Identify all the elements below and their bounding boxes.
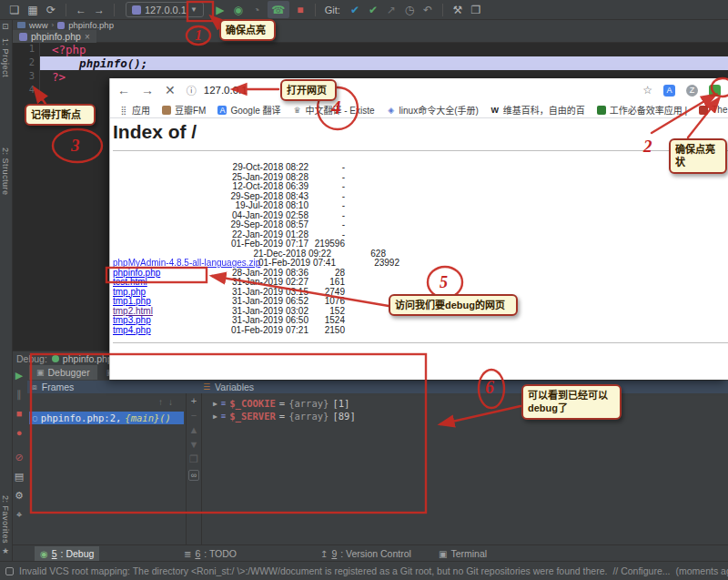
fold-marker [40, 84, 52, 97]
editor-tab-phpinfo[interactable]: phpinfo.php × [13, 30, 96, 43]
variable-row[interactable]: ▶ ≡ $_SERVER = {array} [89] [202, 410, 728, 422]
bookmark-item[interactable]: 应用 [119, 103, 150, 117]
settings-icon[interactable]: ⚙ [11, 486, 27, 505]
git-commit-icon[interactable]: ✔ [364, 1, 382, 19]
debug-icon[interactable]: ◉ [229, 1, 248, 19]
file-link[interactable]: test.html [113, 277, 147, 287]
back-icon[interactable]: ← [72, 1, 90, 19]
file-link[interactable]: phpMyAdmin-4.8.5-all-languages.zip [113, 258, 260, 268]
browser-back-icon[interactable]: ← [117, 83, 130, 97]
add-watch-icon[interactable]: + [191, 393, 197, 408]
bookmark-star-icon[interactable]: ☆ [642, 84, 652, 97]
status-configure-link[interactable]: // Configure... [612, 565, 670, 576]
tool-window-button[interactable]: ▣ Terminal [433, 546, 492, 561]
file-size: - [308, 192, 345, 202]
history-icon[interactable]: ◷ [400, 1, 419, 19]
debug-tab[interactable]: ▣ Debugger [29, 365, 97, 380]
bookmark-item[interactable]: 豆瓣FM [162, 103, 206, 117]
move-down-icon[interactable]: ▼ [189, 437, 199, 452]
php-file-icon [19, 33, 27, 41]
line-number[interactable]: 1✓ [13, 43, 40, 56]
bookmark-item[interactable]: 工作必备效率应用 | [597, 103, 687, 117]
bookmark-item[interactable]: The Old Reader [699, 105, 728, 115]
file-size: 1076 [308, 297, 345, 307]
tool-window-button[interactable]: ≣ 6: TODO [178, 546, 242, 561]
status-message: Invalid VCS root mapping: The directory … [19, 565, 607, 576]
directory-row: tmp3.php 31-Jan-2019 06:50 1524 [113, 316, 728, 326]
mute-breakpoints-icon[interactable]: ⊘ [11, 448, 27, 467]
breadcrumb: www › phpinfo.php [13, 20, 728, 30]
variable-row[interactable]: ▶ ≡ $_COOKIE = {array} [1] [202, 397, 728, 410]
view-breakpoints-icon[interactable]: ● [11, 423, 27, 443]
wrench-icon[interactable]: ⚒ [449, 1, 467, 19]
listen-debug-connections-button[interactable]: ☎ [268, 1, 289, 18]
git-push-icon[interactable]: ↗ [382, 1, 400, 19]
open-folder-icon[interactable]: ❏ [5, 1, 24, 19]
stop-icon[interactable]: ■ [11, 404, 27, 423]
bookmark-item[interactable]: linux命令大全(手册) [387, 103, 479, 117]
export-settings-icon[interactable]: ❐ [467, 1, 485, 19]
coverage-icon[interactable]: ◔ [248, 1, 266, 19]
file-link[interactable]: tmp.php [113, 287, 146, 297]
expand-arrow-icon[interactable]: ▶ [213, 400, 217, 408]
move-up-icon[interactable]: ▲ [189, 422, 199, 437]
browser-forward-icon[interactable]: → [141, 83, 154, 97]
breadcrumb-file[interactable]: phpinfo.php [68, 20, 114, 30]
file-link[interactable]: tmp4.php [113, 325, 151, 335]
show-watches-icon[interactable]: ∞ [188, 470, 199, 481]
status-time: (moments ago) [675, 565, 728, 576]
toolbar-divider [442, 4, 443, 16]
tool-window-button[interactable]: ◉ 5: Debug [35, 546, 99, 561]
frame-updown-icons[interactable]: ↑↓ [158, 397, 178, 407]
bookmark-item[interactable]: 中文翻译 - Existe [292, 103, 374, 117]
directory-row: 12-Oct-2018 06:39 - [113, 182, 728, 192]
tool-window-bar: ◉ 5: Debug ≣ 6: TODO ↥ 9: Version Contro… [0, 544, 728, 561]
git-update-icon[interactable]: ✔ [346, 1, 364, 19]
remove-watch-icon[interactable]: − [191, 408, 197, 422]
fold-marker [40, 43, 52, 56]
event-log-icon[interactable] [5, 567, 14, 575]
frame-item[interactable]: ▢ phpinfo.php:2, {main}() [29, 412, 184, 424]
bookmark-item[interactable]: Google 翻译 [217, 103, 280, 117]
file-link[interactable]: tmp3.php [113, 315, 151, 325]
file-link[interactable]: tmp2.html [113, 306, 153, 316]
run-icon[interactable]: ▶ [211, 1, 229, 19]
file-link[interactable]: tmp1.php [113, 296, 151, 306]
sidebar-item-structure[interactable]: 2: Structure [1, 148, 10, 196]
expand-arrow-icon[interactable]: ▶ [213, 412, 217, 421]
restore-layout-icon[interactable]: ▤ [11, 467, 27, 486]
pause-icon[interactable]: ∥ [11, 385, 27, 404]
forward-icon[interactable]: → [90, 1, 108, 19]
file-link[interactable]: phpinfo.php [113, 268, 160, 278]
extension-icon[interactable]: Z [686, 85, 698, 97]
listen-phone-icon: ☎ [269, 1, 288, 19]
sync-icon[interactable]: ⟳ [42, 1, 60, 19]
pin-icon[interactable]: ⌖ [11, 505, 27, 524]
address-bar[interactable]: 127.0.0.1 [204, 85, 248, 96]
line-number[interactable]: 2✓ [13, 56, 40, 70]
tool-window-icon[interactable]: ⊡ [2, 22, 9, 31]
bookmark-icon [387, 106, 396, 115]
translate-icon[interactable]: A [663, 85, 675, 97]
sidebar-item-project[interactable]: 1: Project [1, 38, 10, 77]
xdebug-helper-icon[interactable] [709, 85, 721, 97]
breadcrumb-root[interactable]: www [29, 20, 48, 30]
favorites-star-icon[interactable]: ★ [2, 546, 9, 555]
fold-marker [40, 56, 52, 70]
bookmark-item[interactable]: 维基百科，自由的百 [490, 103, 585, 117]
main-toolbar: ❏▦⟳ ←→ 127.0.0.1 ▼ ▶◉◔ ☎ ■ Git: ✔✔↗◷↶ [0, 0, 728, 20]
sidebar-item-favorites[interactable]: 2: Favorites [1, 495, 10, 544]
line-number[interactable]: 3✓ [13, 70, 40, 84]
save-all-icon[interactable]: ▦ [24, 1, 42, 19]
browser-stop-icon[interactable]: ✕ [165, 83, 176, 97]
run-configuration-select[interactable]: 127.0.0.1 ▼ [126, 2, 204, 17]
resume-icon[interactable]: ▶ [11, 366, 27, 385]
close-icon[interactable]: × [85, 32, 90, 42]
stop-button[interactable]: ■ [291, 1, 309, 19]
tool-window-button[interactable]: ↥ 9: Version Control [315, 546, 417, 561]
debug-session-tab[interactable]: phpinfo.php [52, 353, 113, 364]
rollback-icon[interactable]: ↶ [419, 1, 437, 19]
duplicate-icon[interactable]: ❐ [189, 452, 198, 466]
site-info-icon[interactable]: ⓘ [187, 83, 197, 97]
line-number[interactable]: 4✓ [13, 84, 40, 97]
